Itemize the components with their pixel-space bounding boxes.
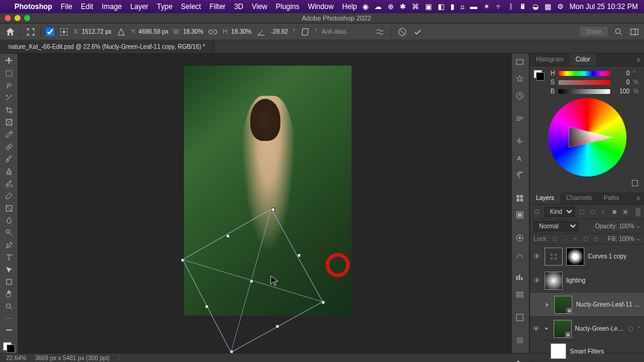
layer-row[interactable]: ▦ Nucly-Green-Leaf-11 ⌃ bbox=[530, 317, 644, 341]
filter-icon[interactable] bbox=[628, 325, 634, 332]
layer-row[interactable]: ▦ Nucly-Green-Leaf-11 copy bbox=[530, 293, 644, 317]
layer-name[interactable]: lighting bbox=[566, 277, 586, 284]
panel-icon[interactable] bbox=[515, 74, 526, 85]
menu-3d[interactable]: 3D bbox=[234, 2, 243, 11]
status-icon[interactable]: ▣ bbox=[425, 2, 432, 11]
reference-point-icon[interactable] bbox=[59, 27, 69, 37]
clock[interactable]: Mon Jul 25 10:32 PM bbox=[570, 2, 638, 11]
type-tool[interactable] bbox=[2, 252, 16, 262]
panel-icon[interactable] bbox=[515, 273, 526, 284]
status-icon[interactable]: ☁ bbox=[374, 2, 382, 11]
transform-icon[interactable] bbox=[26, 27, 36, 37]
path-tool[interactable] bbox=[2, 264, 16, 274]
h-value[interactable]: 18.30% bbox=[231, 28, 251, 35]
tab-paths[interactable]: Paths bbox=[598, 192, 625, 204]
brush-tool[interactable] bbox=[2, 154, 16, 164]
fill-value[interactable]: 100% bbox=[619, 236, 634, 242]
home-icon[interactable] bbox=[5, 27, 16, 37]
menu-help[interactable]: Help bbox=[342, 2, 357, 11]
marquee-tool[interactable] bbox=[2, 68, 16, 78]
crop-tool[interactable] bbox=[2, 105, 16, 115]
canvas-area[interactable] bbox=[18, 54, 511, 353]
control-center-icon[interactable]: ⚙ bbox=[557, 2, 564, 11]
lock-artboard-icon[interactable] bbox=[582, 236, 589, 242]
filter-smart-icon[interactable] bbox=[622, 208, 629, 216]
lasso-tool[interactable] bbox=[2, 81, 16, 90]
status-icon[interactable]: ⩍ bbox=[461, 2, 464, 11]
wifi-icon[interactable]: ᯤ bbox=[496, 2, 503, 11]
tab-channels[interactable]: Channels bbox=[560, 192, 598, 204]
edit-toolbar[interactable] bbox=[2, 326, 16, 335]
filter-shape-icon[interactable] bbox=[611, 208, 618, 216]
tab-color[interactable]: Color bbox=[570, 54, 596, 66]
panel-icon[interactable] bbox=[515, 114, 526, 125]
panel-icon[interactable] bbox=[515, 358, 526, 362]
lock-pixel-icon[interactable] bbox=[552, 236, 558, 242]
lock-brush-icon[interactable] bbox=[562, 236, 569, 242]
commit-transform-icon[interactable] bbox=[413, 27, 423, 37]
filter-toggle[interactable] bbox=[636, 208, 640, 216]
app-menu[interactable]: Photoshop bbox=[14, 2, 52, 11]
layer-name[interactable]: Smart Filters bbox=[570, 348, 604, 355]
filter-mask[interactable] bbox=[551, 343, 566, 359]
reference-point-toggle[interactable] bbox=[46, 28, 54, 36]
menu-window[interactable]: Window bbox=[308, 2, 334, 11]
filter-adjust-icon[interactable] bbox=[589, 208, 596, 216]
menu-layer[interactable]: Layer bbox=[130, 2, 148, 11]
status-icon[interactable]: ◉ bbox=[362, 2, 368, 11]
hue-value[interactable]: 0 bbox=[614, 70, 630, 76]
color-swatches[interactable] bbox=[3, 342, 15, 353]
y-value[interactable]: 4686.58 px bbox=[139, 28, 169, 35]
lock-all-icon[interactable] bbox=[593, 236, 599, 242]
shape-tool[interactable] bbox=[2, 277, 16, 287]
expand-icon[interactable] bbox=[631, 179, 639, 187]
hand-tool[interactable] bbox=[2, 289, 16, 299]
tab-histogram[interactable]: Histogram bbox=[530, 54, 570, 66]
blur-tool[interactable] bbox=[2, 216, 16, 225]
sat-slider[interactable] bbox=[558, 80, 610, 85]
hue-slider[interactable] bbox=[558, 71, 610, 76]
expand-icon[interactable] bbox=[544, 301, 551, 308]
status-icon[interactable]: ▬ bbox=[470, 2, 478, 11]
lock-move-icon[interactable] bbox=[572, 236, 579, 242]
panel-icon[interactable] bbox=[515, 193, 526, 204]
status-icon[interactable]: ⊕ bbox=[388, 2, 394, 11]
doc-info-menu[interactable]: 〉 bbox=[118, 355, 123, 361]
visibility-toggle[interactable] bbox=[532, 252, 541, 261]
layer-list[interactable]: Curves 1 copy lighting ▦ Nucly-Green-Lea… bbox=[530, 245, 644, 362]
window-minimize[interactable] bbox=[14, 15, 21, 21]
status-icon[interactable]: ◧ bbox=[438, 2, 444, 11]
panel-icon[interactable]: A bbox=[515, 137, 526, 148]
menu-view[interactable]: View bbox=[251, 2, 267, 11]
type-panel-icon[interactable]: A bbox=[515, 154, 526, 164]
blend-mode-select[interactable]: Normal bbox=[534, 221, 578, 231]
antialias-label[interactable]: Anti-alias bbox=[322, 28, 347, 35]
panel-icon[interactable] bbox=[515, 57, 526, 68]
layer-row[interactable]: lighting bbox=[530, 269, 644, 293]
bri-slider[interactable] bbox=[558, 89, 610, 94]
filter-pixel-icon[interactable] bbox=[578, 208, 586, 216]
window-zoom[interactable] bbox=[24, 15, 30, 21]
status-icon[interactable]: ✶ bbox=[484, 2, 490, 11]
menu-image[interactable]: Image bbox=[102, 2, 122, 11]
status-icon[interactable]: ▮ bbox=[450, 2, 455, 11]
dodge-tool[interactable] bbox=[2, 228, 16, 237]
layer-thumbnail[interactable] bbox=[545, 248, 563, 266]
link-icon[interactable] bbox=[208, 27, 218, 37]
menu-type[interactable]: Type bbox=[157, 2, 172, 11]
panel-menu-icon[interactable]: ≡ bbox=[633, 54, 644, 66]
visibility-toggle[interactable] bbox=[532, 325, 540, 333]
layer-thumbnail[interactable]: ▦ bbox=[554, 320, 572, 338]
gradient-tool[interactable] bbox=[2, 204, 16, 213]
history-brush-tool[interactable] bbox=[2, 179, 16, 189]
panel-icon[interactable] bbox=[515, 335, 526, 346]
w-value[interactable]: 18.30% bbox=[183, 28, 203, 35]
panel-menu-icon[interactable]: ≡ bbox=[633, 192, 644, 204]
angle-value[interactable]: -28.82 bbox=[271, 28, 288, 35]
layer-name[interactable]: Nucly-Green-Leaf-11 bbox=[575, 325, 624, 332]
layer-thumbnail[interactable]: ▦ bbox=[554, 296, 572, 314]
expand-icon[interactable] bbox=[543, 325, 550, 331]
status-icon[interactable]: ⌘ bbox=[412, 2, 419, 11]
share-button[interactable]: Share bbox=[579, 27, 608, 37]
color-panel-swatches[interactable] bbox=[534, 70, 545, 81]
